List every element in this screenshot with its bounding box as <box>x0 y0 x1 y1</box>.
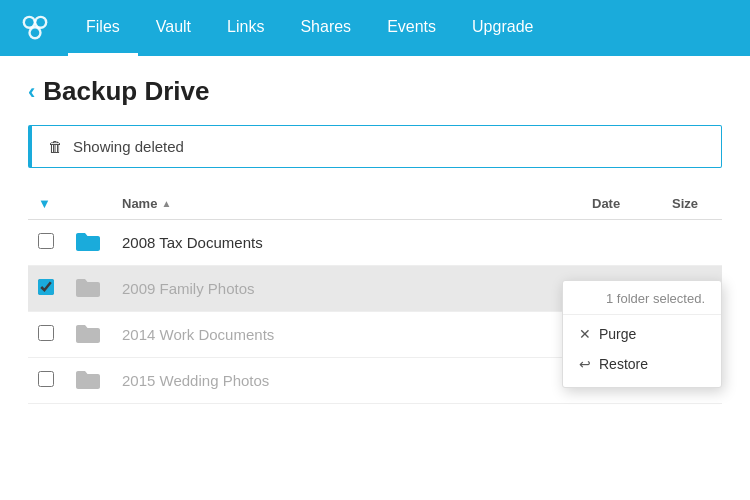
back-button[interactable]: ‹ <box>28 79 35 105</box>
file-name[interactable]: 2014 Work Documents <box>112 312 582 358</box>
svg-point-5 <box>31 28 40 37</box>
table-row: 2009 Family Photos1 folder selected. ✕ P… <box>28 266 722 312</box>
svg-point-3 <box>25 18 34 27</box>
file-name[interactable]: 2008 Tax Documents <box>112 220 582 266</box>
col-header-size: Size <box>662 188 722 220</box>
col-header-check: ▼ <box>28 188 64 220</box>
file-table-body: 2008 Tax Documents 2009 Family Photos1 f… <box>28 220 722 404</box>
folder-icon <box>74 368 102 390</box>
nav-shares[interactable]: Shares <box>282 0 369 56</box>
nav-vault[interactable]: Vault <box>138 0 209 56</box>
folder-icon <box>74 322 102 344</box>
col-header-icon <box>64 188 112 220</box>
filter-icon[interactable]: ▼ <box>38 196 51 211</box>
file-size: 1 folder selected. ✕ Purge ↩ Restore <box>662 266 722 312</box>
context-menu-item-restore[interactable]: ↩ Restore <box>563 349 721 379</box>
col-header-name[interactable]: Name ▲ <box>112 188 582 220</box>
navbar: Files Vault Links Shares Events Upgrade <box>0 0 750 56</box>
deleted-banner: 🗑 Showing deleted <box>28 125 722 168</box>
nav-links[interactable]: Links <box>209 0 282 56</box>
nav-events[interactable]: Events <box>369 0 454 56</box>
file-size <box>662 220 722 266</box>
table-header-row: ▼ Name ▲ Date Size <box>28 188 722 220</box>
file-table: ▼ Name ▲ Date Size 2008 Tax Documents <box>28 188 722 404</box>
file-name[interactable]: 2009 Family Photos <box>112 266 582 312</box>
page-title: Backup Drive <box>43 76 209 107</box>
svg-point-4 <box>36 18 45 27</box>
table-row: 2008 Tax Documents <box>28 220 722 266</box>
nav-links: Files Vault Links Shares Events Upgrade <box>68 0 551 56</box>
sort-icon[interactable]: ▲ <box>161 198 171 209</box>
logo-icon <box>16 9 54 47</box>
restore-icon: ↩ <box>579 356 591 372</box>
row-checkbox[interactable] <box>38 233 54 249</box>
context-menu: 1 folder selected. ✕ Purge ↩ Restore <box>562 280 722 388</box>
folder-icon <box>74 230 102 252</box>
folder-icon <box>74 276 102 298</box>
purge-label: Purge <box>599 326 636 342</box>
row-checkbox[interactable] <box>38 371 54 387</box>
name-col-label: Name <box>122 196 157 211</box>
nav-upgrade[interactable]: Upgrade <box>454 0 551 56</box>
col-header-date: Date <box>582 188 662 220</box>
nav-files[interactable]: Files <box>68 0 138 56</box>
row-checkbox[interactable] <box>38 325 54 341</box>
file-name[interactable]: 2015 Wedding Photos <box>112 358 582 404</box>
context-menu-item-purge[interactable]: ✕ Purge <box>563 319 721 349</box>
context-menu-header: 1 folder selected. <box>563 291 721 315</box>
purge-icon: ✕ <box>579 326 591 342</box>
file-date <box>582 220 662 266</box>
restore-label: Restore <box>599 356 648 372</box>
trash-icon: 🗑 <box>48 138 63 155</box>
page-body: ‹ Backup Drive 🗑 Showing deleted ▼ Name … <box>0 56 750 424</box>
breadcrumb: ‹ Backup Drive <box>28 76 722 107</box>
row-checkbox[interactable] <box>38 279 54 295</box>
deleted-banner-text: Showing deleted <box>73 138 184 155</box>
